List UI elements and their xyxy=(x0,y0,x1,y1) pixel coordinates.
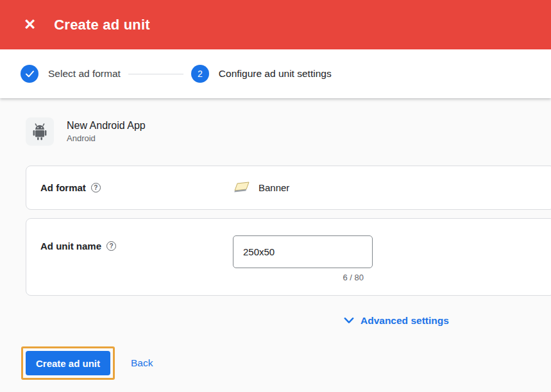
ad-unit-name-label: Ad unit name xyxy=(40,241,101,251)
advanced-settings-label: Advanced settings xyxy=(360,315,449,327)
advanced-settings-toggle[interactable]: Advanced settings xyxy=(344,315,449,327)
ad-unit-name-label-block: Ad unit name ? xyxy=(26,241,233,251)
step-connector-line xyxy=(128,74,183,74)
ad-unit-name-card: Ad unit name ? 6 / 80 xyxy=(26,218,551,296)
highlight-annotation-box: Create ad unit xyxy=(21,346,115,380)
step2-label: Configure ad unit settings xyxy=(219,68,332,80)
ad-format-help-icon[interactable]: ? xyxy=(91,183,101,192)
step-configure-settings: 2 Configure ad unit settings xyxy=(191,65,332,83)
dialog-header: ✕ Create ad unit xyxy=(0,0,551,49)
ad-format-value-block: Banner xyxy=(233,182,289,194)
create-ad-unit-button[interactable]: Create ad unit xyxy=(26,351,110,375)
ad-format-value: Banner xyxy=(259,182,289,193)
banner-format-icon xyxy=(233,182,251,194)
back-button[interactable]: Back xyxy=(131,357,153,369)
footer-actions: Create ad unit Back xyxy=(21,346,153,380)
ad-format-card: Ad format ? Banner xyxy=(26,166,551,210)
close-icon[interactable]: ✕ xyxy=(24,17,36,32)
app-platform: Android xyxy=(67,133,146,143)
ad-format-label: Ad format xyxy=(40,182,86,193)
step1-label: Select ad format xyxy=(48,68,121,80)
app-name: New Android App xyxy=(67,120,146,132)
ad-unit-name-help-icon[interactable]: ? xyxy=(106,241,116,251)
chevron-down-icon xyxy=(344,318,354,324)
step-select-ad-format[interactable]: Select ad format xyxy=(21,65,121,83)
stepper: Select ad format 2 Configure ad unit set… xyxy=(0,49,551,98)
ad-unit-name-input-column: 6 / 80 xyxy=(233,235,373,282)
app-text: New Android App Android xyxy=(67,120,146,143)
content-area: New Android App Android Ad format ? Bann… xyxy=(0,98,551,392)
android-icon xyxy=(26,117,54,146)
create-ad-unit-dialog: ✕ Create ad unit Select ad format 2 Conf… xyxy=(0,0,551,392)
app-summary: New Android App Android xyxy=(26,117,146,146)
char-counter: 6 / 80 xyxy=(233,273,373,282)
step2-number-badge: 2 xyxy=(191,65,209,83)
ad-format-label-block: Ad format ? xyxy=(26,182,233,193)
ad-unit-name-input[interactable] xyxy=(233,235,373,268)
dialog-title: Create ad unit xyxy=(54,17,150,33)
step1-check-icon xyxy=(21,65,38,83)
